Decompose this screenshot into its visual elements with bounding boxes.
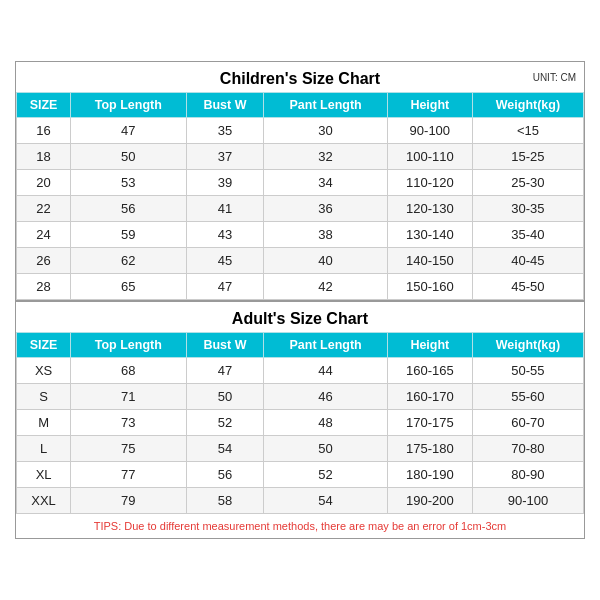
table-cell: 80-90 [472, 462, 583, 488]
table-row: 20533934110-12025-30 [17, 170, 584, 196]
table-cell: S [17, 384, 71, 410]
table-cell: 190-200 [387, 488, 472, 514]
table-cell: 22 [17, 196, 71, 222]
header-pant-length: Pant Length [264, 93, 387, 118]
table-cell: 150-160 [387, 274, 472, 300]
children-header-row: SIZE Top Length Bust W Pant Length Heigh… [17, 93, 584, 118]
table-cell: 110-120 [387, 170, 472, 196]
table-row: 1647353090-100<15 [17, 118, 584, 144]
table-row: 22564136120-13030-35 [17, 196, 584, 222]
tips-text: TIPS: Due to different measurement metho… [16, 514, 584, 538]
table-cell: L [17, 436, 71, 462]
children-table: SIZE Top Length Bust W Pant Length Heigh… [16, 92, 584, 300]
table-cell: 30-35 [472, 196, 583, 222]
table-row: XL775652180-19080-90 [17, 462, 584, 488]
table-cell: M [17, 410, 71, 436]
adult-table: SIZE Top Length Bust W Pant Length Heigh… [16, 332, 584, 514]
table-row: L755450175-18070-80 [17, 436, 584, 462]
table-row: S715046160-17055-60 [17, 384, 584, 410]
table-cell: <15 [472, 118, 583, 144]
table-cell: 40 [264, 248, 387, 274]
table-cell: 60-70 [472, 410, 583, 436]
table-cell: 56 [71, 196, 186, 222]
adult-header-row: SIZE Top Length Bust W Pant Length Heigh… [17, 333, 584, 358]
table-cell: 180-190 [387, 462, 472, 488]
table-cell: 54 [264, 488, 387, 514]
table-cell: XS [17, 358, 71, 384]
table-cell: 140-150 [387, 248, 472, 274]
adult-section-title: Adult's Size Chart [16, 300, 584, 332]
adult-header-size: SIZE [17, 333, 71, 358]
table-cell: 30 [264, 118, 387, 144]
table-cell: 45 [186, 248, 264, 274]
table-cell: 47 [186, 358, 264, 384]
table-cell: 32 [264, 144, 387, 170]
table-cell: 56 [186, 462, 264, 488]
adult-header-bust-w: Bust W [186, 333, 264, 358]
table-cell: 68 [71, 358, 186, 384]
table-cell: 77 [71, 462, 186, 488]
table-cell: 70-80 [472, 436, 583, 462]
table-cell: 16 [17, 118, 71, 144]
table-cell: 43 [186, 222, 264, 248]
table-cell: 38 [264, 222, 387, 248]
unit-label: UNIT: CM [533, 72, 576, 83]
table-row: 24594338130-14035-40 [17, 222, 584, 248]
table-cell: 75 [71, 436, 186, 462]
table-cell: 40-45 [472, 248, 583, 274]
table-cell: 28 [17, 274, 71, 300]
table-cell: 170-175 [387, 410, 472, 436]
chart-container: Children's Size Chart UNIT: CM SIZE Top … [15, 61, 585, 539]
table-cell: 20 [17, 170, 71, 196]
table-cell: 55-60 [472, 384, 583, 410]
table-cell: 175-180 [387, 436, 472, 462]
table-cell: 100-110 [387, 144, 472, 170]
table-cell: 34 [264, 170, 387, 196]
table-cell: 44 [264, 358, 387, 384]
table-cell: 39 [186, 170, 264, 196]
table-cell: 46 [264, 384, 387, 410]
table-cell: 160-170 [387, 384, 472, 410]
table-cell: 47 [186, 274, 264, 300]
table-row: 28654742150-16045-50 [17, 274, 584, 300]
table-cell: 15-25 [472, 144, 583, 170]
header-bust-w: Bust W [186, 93, 264, 118]
table-cell: 47 [71, 118, 186, 144]
header-size: SIZE [17, 93, 71, 118]
adult-title-text: Adult's Size Chart [232, 310, 368, 327]
table-cell: 73 [71, 410, 186, 436]
adult-header-pant-length: Pant Length [264, 333, 387, 358]
table-cell: 25-30 [472, 170, 583, 196]
adult-header-height: Height [387, 333, 472, 358]
table-cell: 54 [186, 436, 264, 462]
table-cell: 71 [71, 384, 186, 410]
table-cell: XL [17, 462, 71, 488]
adult-header-weight: Weight(kg) [472, 333, 583, 358]
table-row: 26624540140-15040-45 [17, 248, 584, 274]
table-cell: 36 [264, 196, 387, 222]
table-cell: 41 [186, 196, 264, 222]
table-cell: 42 [264, 274, 387, 300]
table-cell: 53 [71, 170, 186, 196]
table-cell: 65 [71, 274, 186, 300]
table-cell: 26 [17, 248, 71, 274]
table-cell: 52 [186, 410, 264, 436]
table-cell: 35-40 [472, 222, 583, 248]
table-row: XXL795854190-20090-100 [17, 488, 584, 514]
table-cell: 90-100 [387, 118, 472, 144]
table-row: M735248170-17560-70 [17, 410, 584, 436]
children-title-text: Children's Size Chart [220, 70, 380, 87]
table-cell: 50 [71, 144, 186, 170]
table-cell: 58 [186, 488, 264, 514]
table-row: XS684744160-16550-55 [17, 358, 584, 384]
header-top-length: Top Length [71, 93, 186, 118]
table-cell: XXL [17, 488, 71, 514]
adult-header-top-length: Top Length [71, 333, 186, 358]
table-cell: 45-50 [472, 274, 583, 300]
table-cell: 52 [264, 462, 387, 488]
table-cell: 37 [186, 144, 264, 170]
table-cell: 50 [264, 436, 387, 462]
table-cell: 35 [186, 118, 264, 144]
table-cell: 50 [186, 384, 264, 410]
table-cell: 59 [71, 222, 186, 248]
